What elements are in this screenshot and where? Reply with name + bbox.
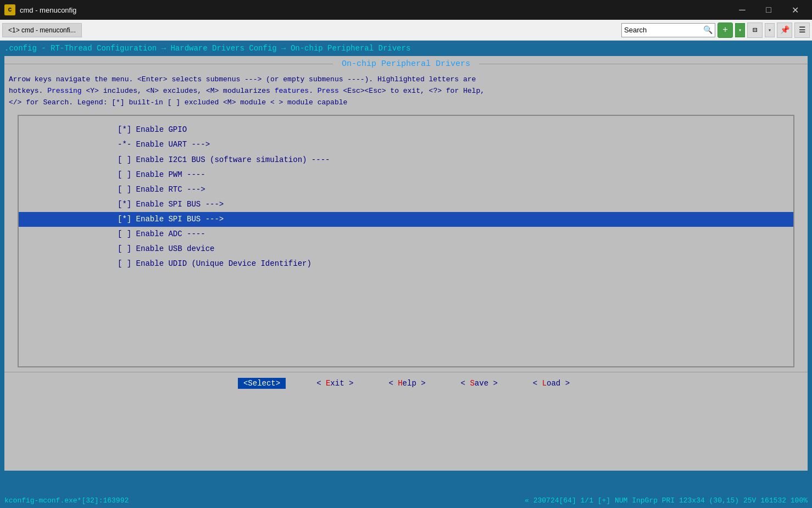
list-item[interactable]: -*- Enable UART ---> xyxy=(19,137,793,152)
title-bar-left: C cmd - menuconfig xyxy=(4,4,76,15)
status-bar: kconfig-mconf.exe*[32]:163992 « 230724[6… xyxy=(0,493,812,508)
panel-title-bar: On-chip Peripheral Drivers xyxy=(4,56,808,72)
pin-button[interactable]: 📌 xyxy=(777,23,792,38)
list-item[interactable]: [*] Enable GPIO xyxy=(19,122,793,137)
breadcrumb: .config - RT-Thread Configuration → Hard… xyxy=(2,43,810,54)
view-dropdown-button[interactable]: ▾ xyxy=(765,23,775,37)
minimize-button[interactable]: ─ xyxy=(730,0,755,20)
save-button[interactable]: < Save > xyxy=(457,378,502,389)
search-input[interactable] xyxy=(624,26,701,34)
content-panel: On-chip Peripheral Drivers Arrow keys na… xyxy=(4,56,808,471)
close-button[interactable]: ✕ xyxy=(782,0,808,20)
app-icon: C xyxy=(4,4,15,15)
menu-list: [*] Enable GPIO -*- Enable UART ---> [ ]… xyxy=(19,122,793,271)
title-bar-controls: ─ □ ✕ xyxy=(730,0,808,20)
list-item-active[interactable]: [*] Enable SPI BUS ---> xyxy=(19,212,793,227)
menu-button[interactable]: ☰ xyxy=(794,23,810,38)
search-icon: 🔍 xyxy=(703,25,713,35)
main-area: .config - RT-Thread Configuration → Hard… xyxy=(0,41,812,493)
list-item[interactable]: [ ] Enable ADC ---- xyxy=(19,227,793,242)
help-button[interactable]: < Help > xyxy=(384,378,430,389)
panel-title: On-chip Peripheral Drivers xyxy=(333,59,479,69)
add-dropdown-button[interactable]: ▾ xyxy=(735,23,745,37)
terminal-tab[interactable]: <1> cmd - menuconfi... xyxy=(2,23,82,37)
exit-button[interactable]: < Exit > xyxy=(312,378,358,389)
view-button[interactable]: ⊟ xyxy=(747,23,763,38)
list-item[interactable]: [ ] Enable I2C1 BUS (software simulation… xyxy=(19,153,793,168)
status-middle: « 230724[64] 1/1 [+] NUM InpGrp PRI 123x… xyxy=(525,496,808,505)
maximize-button[interactable]: □ xyxy=(756,0,781,20)
title-line-left xyxy=(4,64,333,64)
title-bar: C cmd - menuconfig ─ □ ✕ xyxy=(0,0,812,20)
toolbar: <1> cmd - menuconfi... 🔍 + ▾ ⊟ ▾ 📌 ☰ xyxy=(0,20,812,41)
menu-box: [*] Enable GPIO -*- Enable UART ---> [ ]… xyxy=(18,115,794,367)
list-item[interactable]: [ ] Enable UDID (Unique Device Identifie… xyxy=(19,256,793,271)
select-button[interactable]: <Select> xyxy=(238,378,286,389)
load-button[interactable]: < Load > xyxy=(529,378,574,389)
bottom-bar: <Select> < Exit > < Help > < Save > < Lo… xyxy=(4,372,808,394)
list-item[interactable]: [ ] Enable PWM ---- xyxy=(19,168,793,182)
title-line-right xyxy=(479,64,808,64)
search-box[interactable]: 🔍 xyxy=(621,23,715,37)
help-text-content: Arrow keys navigate the menu. <Enter> se… xyxy=(9,75,485,107)
add-button[interactable]: + xyxy=(718,23,733,38)
list-item[interactable]: [ ] Enable USB device xyxy=(19,242,793,256)
status-left: kconfig-mconf.exe*[32]:163992 xyxy=(4,496,129,505)
list-item[interactable]: [ ] Enable RTC ---> xyxy=(19,182,793,197)
list-item[interactable]: [*] Enable SPI BUS ---> xyxy=(19,197,793,212)
title-bar-text: cmd - menuconfig xyxy=(20,6,76,14)
help-text: Arrow keys navigate the menu. <Enter> se… xyxy=(4,72,808,110)
